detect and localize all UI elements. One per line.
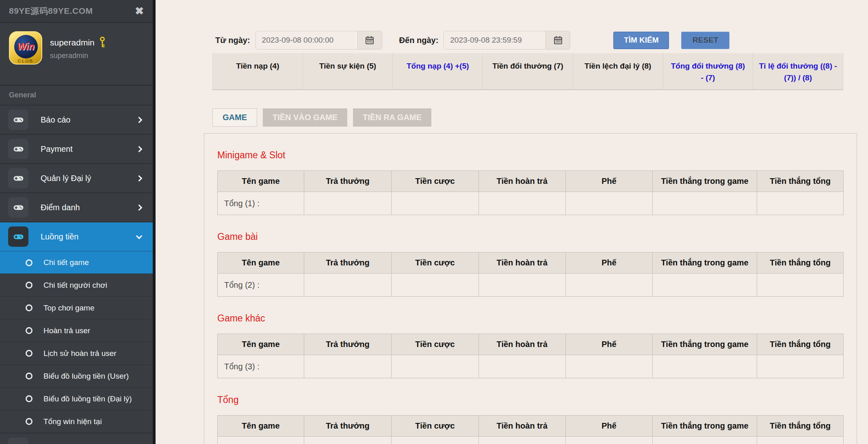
empty-cell xyxy=(565,355,652,378)
chevron-right-icon xyxy=(136,116,143,123)
col-header: Tiền thắng trong game xyxy=(652,416,757,437)
total-label: Tổng (3) : xyxy=(218,355,304,378)
to-date-input[interactable] xyxy=(444,31,545,49)
logo-word: Win xyxy=(17,41,35,52)
total-label: Tổng (2) : xyxy=(218,274,304,297)
sidebar-subitem-top-choi-game[interactable]: Top chơi game xyxy=(0,296,153,319)
col-header: Tiền thắng trong game xyxy=(652,334,757,355)
empty-cell xyxy=(565,274,652,297)
sidebar-item-luong-tien[interactable]: Luồng tiền xyxy=(0,222,153,251)
circle-icon xyxy=(26,395,32,402)
sidebar-subitem-chi-tiet-nguoi-choi[interactable]: Chi tiết người chơi xyxy=(0,274,153,296)
sidebar-subitem-chi-tiet-game[interactable]: Chi tiết game xyxy=(0,251,153,274)
summary-cell-tong-nap: Tổng nạp (4) +(5) xyxy=(393,53,483,89)
circle-icon xyxy=(26,282,32,289)
sidebar: 89YE源码89YE.COM ✖ Win CLUB superadmin sup… xyxy=(0,0,153,444)
total-row: Tổng (1) : xyxy=(218,192,844,215)
sidebar-item-label: Payment xyxy=(41,144,137,154)
user-info: superadmin superadmin xyxy=(50,31,106,85)
search-button[interactable]: TÌM KIẾM xyxy=(613,32,669,49)
col-header: Trả thưởng xyxy=(304,334,392,355)
section-title-game-bai: Game bài xyxy=(217,231,844,242)
col-header: Phế xyxy=(565,334,652,355)
chevron-right-icon xyxy=(136,204,143,211)
total-row: Tổng (3) : xyxy=(218,355,844,378)
empty-cell xyxy=(478,274,565,297)
section-title-minigame-slot: Minigame & Slot xyxy=(217,150,844,161)
empty-cell xyxy=(304,437,392,444)
summary-cell-tong-doi-thuong: Tổng đổi thưởng (8) - (7) xyxy=(663,53,753,89)
circle-icon xyxy=(26,373,32,379)
empty-cell xyxy=(304,192,392,215)
sidebar-item-label: Điểm danh xyxy=(41,203,137,212)
calendar-icon[interactable] xyxy=(357,31,382,49)
sidebar-subitem-bieu-do-luong-tien-dai-ly[interactable]: Biểu đồ luồng tiền (Đại lý) xyxy=(0,387,153,410)
user-role: superadmin xyxy=(50,52,106,60)
logo-circle: Win xyxy=(14,35,38,58)
main-content: Từ ngày: Đến ngày: xyxy=(156,0,868,444)
sidebar-item-partial[interactable] xyxy=(0,433,153,444)
user-panel: Win CLUB superadmin superadmin xyxy=(0,23,153,85)
sidebar-item-bao-cao[interactable]: Báo cáo xyxy=(0,105,153,134)
empty-cell xyxy=(652,355,757,378)
chevron-right-icon xyxy=(136,146,143,152)
col-header: Tiền thắng tổng xyxy=(757,252,844,274)
user-name: superadmin xyxy=(50,38,95,47)
sidebar-item-label: Luồng tiền xyxy=(41,232,137,241)
col-header: Tiền thắng tổng xyxy=(757,416,844,437)
sidebar-subitem-lich-su-hoan-tra-user[interactable]: Lịch sử hoàn trả user xyxy=(0,342,153,364)
section-title-game-khac: Game khác xyxy=(217,313,844,324)
sidebar-item-diem-danh[interactable]: Điểm danh xyxy=(0,192,153,222)
game-table-game-bai: Tên game Trả thưởng Tiền cược Tiền hoàn … xyxy=(217,252,844,297)
from-date-input[interactable] xyxy=(256,31,357,49)
table-header-row: Tên game Trả thưởng Tiền cược Tiền hoàn … xyxy=(218,334,844,355)
empty-cell xyxy=(392,437,478,444)
reset-button[interactable]: RESET xyxy=(681,32,729,49)
tab-game[interactable]: GAME xyxy=(212,108,257,127)
empty-cell xyxy=(304,355,392,378)
sidebar-subitem-bieu-do-luong-tien-user[interactable]: Biểu đồ luồng tiền (User) xyxy=(0,364,153,387)
empty-cell xyxy=(757,192,844,215)
to-date-group xyxy=(444,31,570,50)
from-date-label: Từ ngày: xyxy=(215,36,250,45)
sidebar-titlebar: 89YE源码89YE.COM ✖ xyxy=(0,0,153,23)
circle-icon xyxy=(26,304,32,311)
col-header: Trả thưởng xyxy=(304,252,392,274)
empty-cell xyxy=(565,437,652,444)
empty-cell xyxy=(757,437,844,444)
tab-tien-ra-game[interactable]: TIỀN RA GAME xyxy=(353,108,431,127)
avatar: Win CLUB xyxy=(9,31,42,65)
total-label: Tổng (4) : xyxy=(218,437,304,444)
close-icon[interactable]: ✖ xyxy=(135,6,144,16)
summary-cell-ti-le-doi-thuong: Tỉ lệ đổi thưởng ((8) - (7)) / (8) xyxy=(753,53,843,89)
col-header: Tiền hoàn trả xyxy=(478,334,565,355)
table-header-row: Tên game Trả thưởng Tiền cược Tiền hoàn … xyxy=(218,171,844,192)
table-header-row: Tên game Trả thưởng Tiền cược Tiền hoàn … xyxy=(218,252,844,274)
empty-cell xyxy=(478,192,565,215)
gamepad-icon xyxy=(8,197,28,218)
circle-icon xyxy=(26,259,32,266)
col-header: Tiền thắng trong game xyxy=(652,252,757,274)
tab-tien-vao-game[interactable]: TIỀN VÀO GAME xyxy=(263,108,347,127)
summary-cell-tien-lech-dai-ly: Tiền lệch đại lý (8) xyxy=(573,53,663,89)
col-header: Tên game xyxy=(218,171,304,192)
sidebar-subitem-hoan-tra-user[interactable]: Hoàn trả user xyxy=(0,319,153,342)
col-header: Tiền hoàn trả xyxy=(478,252,565,274)
empty-cell xyxy=(478,355,565,378)
sidebar-subitem-tong-win-hien-tai[interactable]: Tổng win hiện tại xyxy=(0,410,153,433)
col-header: Tiền hoàn trả xyxy=(478,416,565,437)
content-panel: Minigame & Slot Tên game Trả thưởng Tiền… xyxy=(204,133,857,444)
key-icon xyxy=(99,37,106,49)
game-table-minigame-slot: Tên game Trả thưởng Tiền cược Tiền hoàn … xyxy=(217,170,844,215)
calendar-icon[interactable] xyxy=(545,31,570,49)
summary-cell-tien-doi-thuong: Tiền đổi thưởng (7) xyxy=(483,53,573,89)
col-header: Tên game xyxy=(218,416,304,437)
sidebar-item-quan-ly-dai-ly[interactable]: Quản lý Đại lý xyxy=(0,163,153,192)
subitem-label: Tổng win hiện tại xyxy=(43,417,102,426)
subitem-label: Chi tiết game xyxy=(43,258,89,267)
summary-cell-tien-nap: Tiền nạp (4) xyxy=(212,53,303,89)
logo-banner: CLUB xyxy=(10,58,41,63)
game-table-game-khac: Tên game Trả thưởng Tiền cược Tiền hoàn … xyxy=(217,334,844,378)
sidebar-item-payment[interactable]: Payment xyxy=(0,134,153,163)
empty-cell xyxy=(757,355,844,378)
